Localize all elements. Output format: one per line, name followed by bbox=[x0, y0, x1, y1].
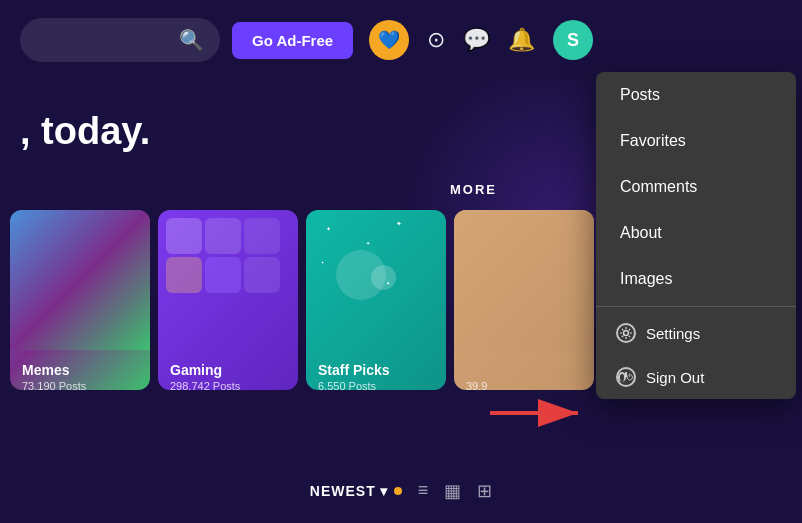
avatar-letter: S bbox=[567, 30, 579, 51]
more-label: MORE bbox=[450, 182, 497, 197]
list-view-icon[interactable]: ⊞ bbox=[477, 480, 492, 502]
header: 🔍 Go Ad-Free 💙 ⊙ 💬 🔔 S bbox=[0, 0, 802, 80]
notification-dot bbox=[394, 487, 402, 495]
list-item[interactable]: 39,9 bbox=[454, 210, 594, 390]
menu-divider bbox=[596, 306, 796, 307]
card-posts: 298,742 Posts bbox=[170, 380, 240, 390]
hero-text: , today. bbox=[20, 110, 150, 153]
header-icons: 💙 ⊙ 💬 🔔 S bbox=[369, 20, 593, 60]
filter-icon[interactable]: ≡ bbox=[418, 480, 429, 501]
bell-icon[interactable]: 🔔 bbox=[508, 27, 535, 53]
settings-icon bbox=[616, 323, 636, 343]
card-label: Memes bbox=[22, 362, 69, 378]
menu-item-signout[interactable]: Sign Out bbox=[596, 355, 796, 399]
search-box[interactable]: 🔍 bbox=[20, 18, 220, 62]
menu-item-about[interactable]: About bbox=[596, 210, 796, 256]
grid-view-icon[interactable]: ▦ bbox=[444, 480, 461, 502]
list-item[interactable]: Gaming 298,742 Posts bbox=[158, 210, 298, 390]
heart-icon: 💙 bbox=[378, 29, 400, 51]
go-ad-free-button[interactable]: Go Ad-Free bbox=[232, 22, 353, 59]
menu-item-settings[interactable]: Settings bbox=[596, 311, 796, 355]
menu-item-posts[interactable]: Posts bbox=[596, 72, 796, 118]
list-item[interactable]: ✦ ✦ ✦ ✦ ✦ Staff Picks 6,550 Posts bbox=[306, 210, 446, 390]
list-item[interactable]: Memes 73,190 Posts bbox=[10, 210, 150, 390]
menu-item-images[interactable]: Images bbox=[596, 256, 796, 302]
svg-point-2 bbox=[624, 331, 629, 336]
chat-icon[interactable]: 💬 bbox=[463, 27, 490, 53]
menu-item-favorites[interactable]: Favorites bbox=[596, 118, 796, 164]
menu-item-comments[interactable]: Comments bbox=[596, 164, 796, 210]
card-posts: 39,9 bbox=[466, 380, 487, 390]
card-label: Gaming bbox=[170, 362, 222, 378]
power-icon bbox=[616, 367, 636, 387]
avatar[interactable]: S bbox=[553, 20, 593, 60]
sort-label: NEWEST bbox=[310, 483, 376, 499]
signout-label: Sign Out bbox=[646, 369, 704, 386]
bottom-bar: NEWEST ▾ ≡ ▦ ⊞ bbox=[0, 458, 802, 523]
heart-badge[interactable]: 💙 bbox=[369, 20, 409, 60]
card-posts: 73,190 Posts bbox=[22, 380, 86, 390]
arrow-indicator bbox=[490, 393, 590, 441]
user-dropdown-menu: Posts Favorites Comments About Images Se… bbox=[596, 72, 796, 399]
search-icon: 🔍 bbox=[179, 28, 204, 52]
user-circle-icon[interactable]: ⊙ bbox=[427, 27, 445, 53]
card-label: Staff Picks bbox=[318, 362, 390, 378]
settings-label: Settings bbox=[646, 325, 700, 342]
chevron-down-icon: ▾ bbox=[380, 483, 388, 499]
card-posts: 6,550 Posts bbox=[318, 380, 376, 390]
sort-newest-button[interactable]: NEWEST ▾ bbox=[310, 483, 402, 499]
